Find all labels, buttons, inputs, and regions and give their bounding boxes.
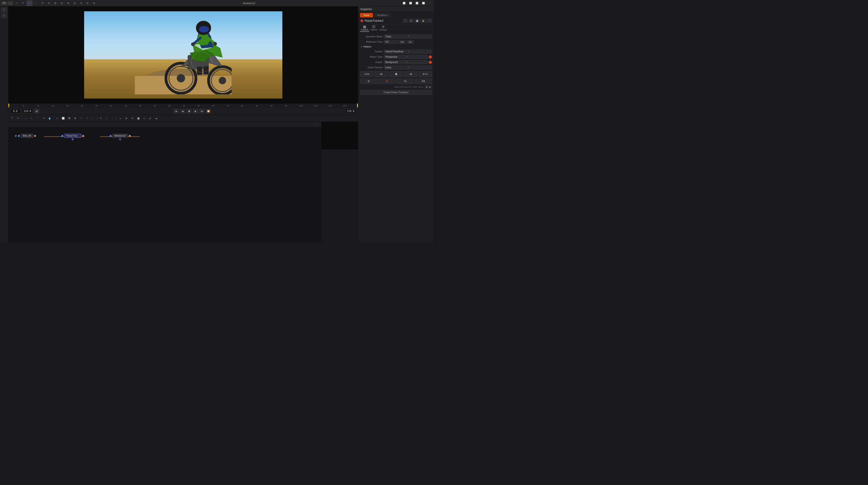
toolbar-icon10[interactable]: ⊗ [72, 1, 78, 6]
node-box-planar[interactable]: PlanarTrac... [64, 134, 81, 138]
settings-tab[interactable]: Settings [378, 25, 388, 32]
toolbar-icon6[interactable]: ⊡ [46, 1, 52, 6]
rect2-tool[interactable]: ⬜ [60, 116, 66, 121]
loop-btn[interactable]: 🔁 [206, 109, 211, 114]
sphere-tool[interactable]: ⬤ [135, 116, 141, 121]
volume-btn[interactable]: 🔊 [34, 109, 39, 114]
rect-tool[interactable]: ▭ [54, 116, 60, 121]
particle-tool[interactable]: ⁘ [23, 116, 28, 121]
node-connector-planar-out[interactable] [82, 135, 84, 137]
cloud-tool[interactable]: ☁ [154, 116, 159, 121]
node-connector-bike-out[interactable] [34, 135, 36, 137]
window-btn4[interactable]: ⬜ [421, 1, 426, 6]
curve-tool[interactable]: ∿ [29, 116, 34, 121]
pattern-section[interactable]: ▼ Pattern [358, 45, 434, 49]
track-to-start-btn[interactable] [360, 71, 374, 77]
node-more-btn[interactable]: ⋯ [427, 19, 432, 23]
sidebar-btn2[interactable]: ✎ [1, 13, 7, 18]
window-btn3[interactable]: ⬜ [414, 1, 420, 6]
motion-type-select[interactable]: Perspective ▼ [384, 55, 428, 59]
brighten-tool[interactable]: ☀ [41, 116, 46, 121]
track-forward-btn[interactable] [404, 71, 417, 77]
modifiers-tab[interactable]: Modifiers [374, 13, 391, 17]
node-lock-btn[interactable]: 🔒 [421, 19, 426, 23]
sidebar-btn1[interactable]: T [1, 7, 7, 12]
options-tab[interactable]: Options [369, 25, 378, 32]
paint2-tool[interactable]: 🖌 [148, 116, 153, 121]
toolbar-icon3[interactable]: ↖ [27, 1, 32, 6]
warp-tool[interactable]: ⊕ [124, 116, 129, 121]
text2-tool[interactable]: A [129, 116, 135, 121]
toolbar-icon4[interactable]: ⬦ [33, 1, 39, 6]
create-planar-btn[interactable]: Create Planar Transform [360, 90, 432, 95]
play-btn[interactable]: ▶ [193, 109, 198, 114]
output-select[interactable]: Background ▼ [384, 60, 428, 64]
toolbar-icon8[interactable]: ⊟ [59, 1, 65, 6]
delete-track-start-btn[interactable] [360, 79, 377, 84]
node-copy-btn[interactable]: ⬒ [409, 19, 414, 23]
toolbar-ellipsis[interactable]: ... [8, 1, 13, 5]
track-to-end-btn[interactable] [418, 71, 432, 77]
set-btn[interactable]: Set [399, 40, 406, 44]
motion-type-diamond[interactable] [429, 55, 432, 59]
tools-tab[interactable]: Tools [360, 13, 373, 17]
controls-tab[interactable]: Controls [360, 25, 369, 32]
operation-mode-select[interactable]: Track ▼ [384, 35, 432, 38]
toolbar-icon11[interactable]: ⊘ [79, 1, 84, 6]
go-to-start-btn[interactable]: ⏮ [174, 109, 179, 114]
chevron-left-btn[interactable]: ◀ [425, 85, 428, 89]
window-btn1[interactable]: ⬜ [401, 1, 407, 6]
smooth-tool[interactable]: ⌒ [35, 116, 40, 121]
toolbar-icon1[interactable]: ⊹ [14, 1, 19, 6]
node-save-btn[interactable]: 💾 [415, 19, 420, 23]
node-rename-btn[interactable]: ✎ [403, 19, 408, 23]
track-channel-select[interactable]: Luma ▼ [384, 65, 432, 69]
node-connector-bike-in[interactable] [18, 135, 20, 137]
cube-tool[interactable]: ⬡ [142, 116, 147, 121]
go-btn[interactable]: Go [407, 40, 414, 44]
planar-trac-node[interactable]: PlanarTrac... [61, 134, 84, 138]
toolbar-icon5[interactable]: ↺ [40, 1, 45, 6]
smear-tool[interactable]: ⋮ [110, 116, 116, 121]
bezier-tool[interactable]: ⌣ [90, 116, 96, 121]
current-time-display[interactable]: 0.0 [10, 109, 21, 113]
bike-mi-node[interactable]: Bike_MI [15, 134, 36, 138]
oval-tool[interactable]: ○ [79, 116, 84, 121]
path-tool[interactable]: ⌇ [84, 116, 90, 121]
delete-track-btn[interactable] [378, 79, 396, 84]
node-connector-out-out[interactable] [129, 135, 131, 137]
timeline-ruler[interactable]: 5101520253035404550556065707580859095100… [8, 103, 358, 108]
stop-btn[interactable]: ⏹ [186, 109, 191, 114]
paint-tool[interactable]: ✎ [15, 116, 21, 121]
delete-track-end-btn[interactable] [397, 79, 414, 84]
media-out2-node[interactable]: MediaOut2 [110, 134, 131, 138]
window-btn2[interactable]: ⬜ [408, 1, 413, 6]
node-graph-more[interactable]: ⋯ [314, 122, 320, 127]
scatter-tool[interactable]: ⁙ [104, 116, 110, 121]
mode-btn[interactable]: Ht [1, 1, 7, 5]
node-box-out[interactable]: MediaOut2 [113, 134, 128, 138]
toolbar-icon7[interactable]: ⊞ [53, 1, 58, 6]
trim-track-btn[interactable] [415, 79, 432, 84]
right-time-display[interactable]: 119.0 [345, 109, 356, 113]
tracker-select[interactable]: Hybrid Point/Area ▼ [384, 50, 432, 54]
reference-time-input[interactable] [384, 40, 398, 44]
output-diamond[interactable] [429, 60, 432, 64]
crop-tool[interactable]: ⊠ [72, 116, 78, 121]
water-tool[interactable]: 💧 [47, 116, 52, 121]
quad-tool[interactable]: ⬧ [118, 116, 123, 121]
node-connector-out-in[interactable] [110, 135, 112, 137]
go-to-end-btn[interactable]: ⏭ [199, 109, 205, 114]
node-box-bike[interactable]: Bike_MI [21, 134, 33, 138]
node-connector-planar-in[interactable] [61, 135, 63, 137]
toolbar-icon13[interactable]: ⊛ [91, 1, 97, 6]
toolbar-more[interactable]: ⋯ [427, 1, 433, 6]
magic-tool[interactable]: ✦ [98, 116, 103, 121]
step-back-btn[interactable]: ◀ [180, 109, 185, 114]
end-time-display[interactable]: 119.0 [22, 109, 33, 113]
track-stop-btn[interactable] [389, 71, 403, 77]
copy-tool[interactable]: ⬒ [66, 116, 72, 121]
toolbar-icon2[interactable]: ✎ [20, 1, 26, 6]
text-tool[interactable]: T [9, 116, 15, 121]
track-back-btn[interactable] [375, 71, 388, 77]
